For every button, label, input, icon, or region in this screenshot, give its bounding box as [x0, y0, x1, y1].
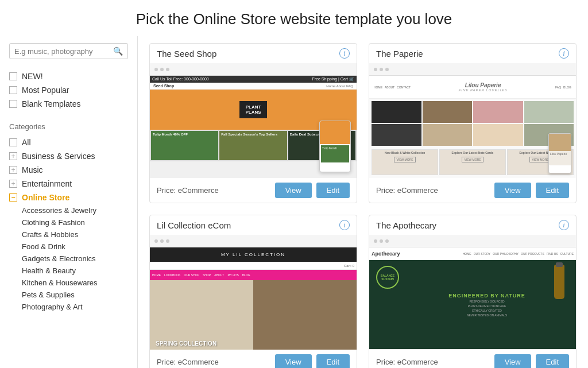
- paperie-cell-2: [423, 101, 473, 123]
- apothecary-hero: BALANCESUSTAIN ENGINEERED BY NATURE RESP…: [369, 260, 576, 349]
- edit-button-seed-shop[interactable]: Edit: [316, 183, 350, 198]
- preview-seed-shop[interactable]: Call Us Toll Free: 000-000-0000 Free Shi…: [150, 63, 357, 178]
- subcategory-list: Accessories & Jewelry Clothing & Fashion…: [9, 204, 128, 313]
- template-card-seed-shop: The Seed Shop i Call Us Toll Free: 000-0…: [149, 43, 357, 203]
- lil-nav: HOME LOOKBOOK OUR SHOP SHOP ABOUT MY LIT…: [150, 270, 357, 280]
- edit-button-apothecary[interactable]: Edit: [536, 354, 569, 368]
- template-title-lil: Lil Collection eCom: [157, 220, 231, 230]
- browser-bar-lil: [150, 235, 357, 247]
- paperie-cell-3: [473, 101, 523, 123]
- subcat-food[interactable]: Food & Drink: [22, 241, 128, 253]
- browser-bar-paperie: [369, 63, 576, 76]
- browser-bar-apoth: [369, 235, 576, 247]
- category-entertainment[interactable]: Entertainment: [9, 177, 128, 191]
- preview-paperie[interactable]: HOME ABOUT CONTACT Lilou Paperie FINE PA…: [369, 63, 576, 178]
- card-footer-paperie: Price: eCommerce View Edit: [369, 178, 576, 203]
- paperie-cell-4: [524, 101, 574, 123]
- dot3: [385, 239, 389, 243]
- subcat-crafts[interactable]: Crafts & Hobbies: [22, 228, 128, 241]
- subcat-clothing[interactable]: Clothing & Fashion: [22, 216, 128, 228]
- browser-bar: [150, 63, 357, 76]
- price-seed-shop: Price: eCommerce: [157, 186, 270, 195]
- info-icon-apothecary[interactable]: i: [559, 220, 569, 230]
- info-icon-paperie[interactable]: i: [559, 48, 569, 59]
- cat-icon-online-store: [9, 193, 17, 202]
- dot1: [374, 239, 377, 243]
- template-card-lil-collection: Lil Collection eCom i MY LIL COLLECTION …: [149, 215, 357, 368]
- lil-hero: SPRING COLLECTION: [150, 280, 357, 350]
- seed-top-bar: Call Us Toll Free: 000-000-0000 Free Shi…: [150, 76, 357, 83]
- dot2: [380, 239, 383, 243]
- preview-lil[interactable]: MY LIL COLLECTION Cart: 0 HOME LOOKBOOK …: [150, 235, 357, 350]
- cat-icon-all: [9, 138, 17, 146]
- subcat-gadgets[interactable]: Gadgets & Electronics: [22, 253, 128, 265]
- dot1: [154, 239, 158, 243]
- view-button-paperie[interactable]: View: [494, 183, 531, 198]
- checkbox-most-popular[interactable]: [9, 86, 17, 94]
- paperie-content: HOME ABOUT CONTACT Lilou Paperie FINE PA…: [369, 76, 576, 176]
- paperie-cards: New Black & White Collection VIEW MORE E…: [369, 148, 576, 176]
- subcat-health[interactable]: Health & Beauty: [22, 265, 128, 277]
- paperie-cell-1: [372, 101, 421, 123]
- price-paperie: Price: eCommerce: [376, 186, 490, 195]
- dot3: [385, 68, 389, 71]
- seed-mobile-overlay: Tulip Month: [319, 121, 351, 172]
- paperie-mobile: Lilou Paperie: [548, 133, 571, 173]
- categories-label: Categories: [9, 122, 128, 131]
- view-button-seed-shop[interactable]: View: [275, 183, 312, 198]
- lil-brand: MY LIL COLLECTION: [150, 247, 357, 262]
- cat-icon-music: [9, 166, 17, 174]
- search-box[interactable]: 🔍: [9, 43, 128, 59]
- dot2: [160, 239, 164, 243]
- card-header-apothecary: The Apothecary i: [369, 215, 576, 235]
- category-all[interactable]: All: [9, 135, 128, 149]
- sidebar: 🔍 NEW! Most Popular Blank Templates Cate…: [0, 36, 138, 368]
- edit-button-paperie[interactable]: Edit: [536, 183, 569, 198]
- subcat-kitchen[interactable]: Kitchen & Housewares: [22, 277, 128, 289]
- category-online-store[interactable]: Online Store: [9, 191, 128, 204]
- subcat-accessories[interactable]: Accessories & Jewelry: [22, 204, 128, 216]
- cat-icon-business: [9, 152, 17, 160]
- view-button-lil[interactable]: View: [275, 354, 312, 368]
- dot2: [160, 68, 164, 71]
- paperie-cell-7: [473, 124, 523, 146]
- paperie-grid: [369, 99, 576, 148]
- info-icon-seed-shop[interactable]: i: [339, 48, 350, 59]
- preview-apothecary[interactable]: Apothecary HOME OUR STORY OUR PHILOSOPHY…: [369, 235, 576, 350]
- card-header-seed-shop: The Seed Shop i: [150, 44, 357, 63]
- paperie-cell-5: [372, 124, 421, 146]
- filter-most-popular[interactable]: Most Popular: [9, 83, 128, 97]
- apothecary-nav: Apothecary HOME OUR STORY OUR PHILOSOPHY…: [369, 247, 576, 260]
- filter-new[interactable]: NEW!: [9, 69, 128, 83]
- dot2: [380, 68, 383, 71]
- checkbox-new[interactable]: [9, 72, 17, 80]
- paperie-cell-6: [423, 124, 473, 146]
- info-icon-lil[interactable]: i: [339, 220, 350, 230]
- filter-blank-templates[interactable]: Blank Templates: [9, 97, 128, 111]
- paperie-nav: HOME ABOUT CONTACT Lilou Paperie FINE PA…: [369, 76, 576, 99]
- search-input[interactable]: [14, 47, 113, 56]
- lil-spring-text: SPRING COLLECTION: [156, 340, 216, 347]
- apothecary-badge: BALANCESUSTAIN: [376, 266, 399, 289]
- view-button-apothecary[interactable]: View: [494, 354, 531, 368]
- template-card-paperie: The Paperie i HOME ABOUT: [369, 43, 577, 203]
- price-apothecary: Price: eCommerce: [376, 358, 490, 366]
- price-lil: Price: eCommerce: [157, 358, 270, 366]
- template-title-seed-shop: The Seed Shop: [157, 49, 216, 59]
- edit-button-lil[interactable]: Edit: [316, 354, 350, 368]
- promo2: Fall Specials Season's Top Sellers: [219, 131, 287, 160]
- dot3: [166, 68, 169, 71]
- subcat-photography[interactable]: Photography & Art: [22, 301, 128, 313]
- dot1: [374, 68, 377, 71]
- card-footer-seed-shop: Price: eCommerce View Edit: [150, 178, 357, 203]
- checkbox-blank-templates[interactable]: [9, 100, 17, 108]
- category-music[interactable]: Music: [9, 163, 128, 177]
- paperie-card-2: Explore Our Latest Note Cards VIEW MORE: [439, 149, 506, 175]
- category-business[interactable]: Business & Services: [9, 149, 128, 163]
- category-list: All Business & Services Music Entertainm…: [9, 135, 128, 204]
- subcat-pets[interactable]: Pets & Supplies: [22, 289, 128, 301]
- paperie-logo: Lilou Paperie FINE PAPER LOVELIES: [459, 82, 508, 92]
- card-header-lil: Lil Collection eCom i: [150, 215, 357, 235]
- template-title-apothecary: The Apothecary: [376, 220, 436, 230]
- dot3: [166, 239, 169, 243]
